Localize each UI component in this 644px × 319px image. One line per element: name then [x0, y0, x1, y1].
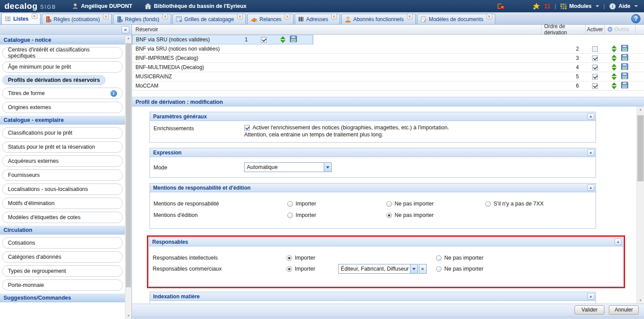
sidebar-item-cotisations[interactable]: Cotisations	[2, 237, 123, 249]
current-library[interactable]: Bibliothèque du bassin de l'Eyrieux	[145, 3, 247, 9]
tab-listes[interactable]: Listes ×	[1, 13, 40, 24]
sidebar-item-origines-externes[interactable]: Origines externes	[2, 102, 123, 113]
radio-option[interactable]: S'il n'y a pas de 7XX	[485, 201, 544, 207]
clear-selection-button[interactable]: ×	[419, 264, 427, 274]
radio-option[interactable]: Ne pas importer	[436, 255, 483, 261]
move-up-icon[interactable]	[611, 45, 617, 48]
radio-icon[interactable]	[436, 266, 442, 272]
reorder-arrows-icon[interactable]	[611, 73, 617, 80]
move-down-icon[interactable]	[611, 86, 617, 89]
table-row[interactable]: BNF via SRU (notices non validées) 2	[132, 44, 644, 54]
main-scrollbar[interactable]: ▲ ▼	[637, 106, 644, 304]
collapse-up-icon[interactable]: ▲	[587, 113, 594, 120]
close-icon[interactable]: ×	[487, 14, 492, 19]
move-up-icon[interactable]	[611, 82, 617, 85]
help-menu[interactable]: i Aide	[609, 3, 638, 10]
radio-option[interactable]: Ne pas importer	[386, 201, 485, 207]
collapse-up-icon[interactable]: ▲	[615, 238, 622, 245]
sidebar-item-categories-abonnes[interactable]: Catégories d'abonnés	[2, 251, 123, 263]
radio-option[interactable]: Importer	[287, 201, 386, 207]
sidebar-item-localisations[interactable]: Localisations - sous-localisations	[2, 183, 123, 195]
tab-relances[interactable]: Relances ×	[247, 14, 293, 24]
radio-icon[interactable]	[485, 201, 491, 207]
close-icon[interactable]: ×	[331, 14, 337, 19]
save-icon[interactable]	[290, 36, 297, 44]
tab-regles-fonds[interactable]: Règles (fonds) ×	[113, 14, 171, 24]
sidebar-scrollbar[interactable]: ▲ ▼	[125, 35, 132, 319]
close-icon[interactable]: ×	[407, 14, 413, 19]
table-row[interactable]: MUSICBRAINZ 5	[132, 72, 644, 81]
table-row[interactable]: BNF-IMPRIMES (Decalog) 3	[132, 54, 644, 63]
radio-icon[interactable]	[436, 255, 442, 261]
sidebar-item-modeles-etiquettes[interactable]: Modèles d'étiquettes de cotes	[2, 212, 123, 223]
sidebar-item-fournisseurs[interactable]: Fournisseurs	[2, 169, 123, 181]
modules-menu[interactable]: Modules	[560, 3, 599, 9]
collapse-up-icon[interactable]: ▲	[587, 184, 594, 191]
close-icon[interactable]: ×	[285, 14, 290, 19]
activer-checkbox[interactable]	[592, 55, 598, 61]
sidebar-item-statuts-pret[interactable]: Statuts pour le prêt et la réservation	[2, 141, 123, 153]
save-icon[interactable]	[621, 45, 628, 53]
notifications-star[interactable]: 11	[533, 3, 550, 10]
reorder-arrows-icon[interactable]	[611, 45, 617, 52]
radio-option[interactable]: Ne pas importer	[436, 266, 483, 272]
select-dropdown-button[interactable]	[324, 163, 331, 172]
radio-icon[interactable]	[286, 266, 292, 272]
radio-icon[interactable]	[287, 213, 293, 218]
radio-icon[interactable]	[287, 201, 293, 207]
column-header-activer[interactable]: Activer	[585, 25, 604, 34]
collapse-up-icon[interactable]: ▲	[587, 293, 594, 300]
save-icon[interactable]	[621, 73, 628, 81]
sidebar-item-age-minimum[interactable]: Âge minimum pour le prêt	[2, 61, 123, 73]
activer-checkbox[interactable]	[592, 74, 598, 80]
reorder-arrows-icon[interactable]	[611, 64, 617, 71]
move-up-icon[interactable]	[280, 36, 285, 39]
move-down-icon[interactable]	[611, 77, 617, 80]
reorder-arrows-icon[interactable]	[611, 82, 617, 89]
scroll-down-icon[interactable]: ▼	[637, 297, 644, 304]
move-down-icon[interactable]	[611, 59, 617, 62]
move-down-icon[interactable]	[280, 40, 285, 43]
activer-checkbox[interactable]	[592, 65, 598, 70]
close-icon[interactable]: ×	[162, 14, 168, 19]
sidebar-item-profils-derivation[interactable]: Profils de dérivation des réservoirs	[2, 75, 106, 85]
scroll-up-icon[interactable]: ▲	[637, 106, 644, 113]
enrichissements-checkbox[interactable]	[244, 125, 250, 131]
reorder-arrows-icon[interactable]	[611, 55, 617, 62]
activer-checkbox[interactable]	[592, 46, 598, 52]
tab-regles-cotisations[interactable]: Règles (cotisations) ×	[42, 14, 112, 24]
radio-option[interactable]: Importer	[286, 255, 315, 261]
current-user[interactable]: Angélique DUPONT	[72, 3, 132, 9]
tab-adresses[interactable]: Adresses ×	[295, 14, 340, 24]
scroll-up-icon[interactable]: ▲	[125, 35, 132, 41]
move-up-icon[interactable]	[611, 55, 617, 58]
move-down-icon[interactable]	[611, 49, 617, 52]
save-icon[interactable]	[621, 82, 628, 90]
radio-option[interactable]: Ne pas importer	[386, 212, 485, 218]
sidebar-item-centres-interet[interactable]: Centres d'intérêt et classifications spé…	[2, 47, 123, 59]
mode-select[interactable]: Automatique	[244, 162, 332, 172]
tab-grilles-catalogage[interactable]: Grilles de catalogage ×	[172, 14, 246, 24]
radio-icon[interactable]	[386, 201, 392, 207]
select-dropdown-button[interactable]	[410, 264, 417, 273]
sidebar-item-titres-de-forme[interactable]: Titres de formei	[2, 88, 123, 99]
main-scrollbar-thumb[interactable]	[637, 115, 644, 181]
save-icon[interactable]	[621, 63, 628, 71]
collapse-up-icon[interactable]: ▲	[587, 149, 594, 156]
tab-modeles-documents[interactable]: Modèles de documents ×	[417, 14, 495, 24]
exit-icon[interactable]	[497, 3, 505, 10]
move-up-icon[interactable]	[611, 73, 617, 76]
column-header-reservoir[interactable]: Réservoir	[132, 25, 541, 34]
close-icon[interactable]: ×	[32, 13, 37, 19]
annuler-button[interactable]: Annuler	[609, 305, 639, 315]
radio-icon[interactable]	[386, 213, 392, 218]
sidebar-scrollbar-thumb[interactable]	[126, 43, 131, 287]
close-icon[interactable]: ×	[103, 14, 109, 19]
radio-icon[interactable]	[286, 255, 292, 261]
radio-option[interactable]: Importer	[287, 212, 386, 218]
table-row[interactable]: BNF via SRU (notices validées) 1	[132, 35, 313, 44]
table-row[interactable]: MoCCAM 6	[132, 81, 644, 91]
help-button[interactable]: ?	[631, 14, 640, 23]
radio-option[interactable]: Importer	[286, 266, 315, 272]
sidebar-collapse-button[interactable]: «	[121, 26, 129, 33]
